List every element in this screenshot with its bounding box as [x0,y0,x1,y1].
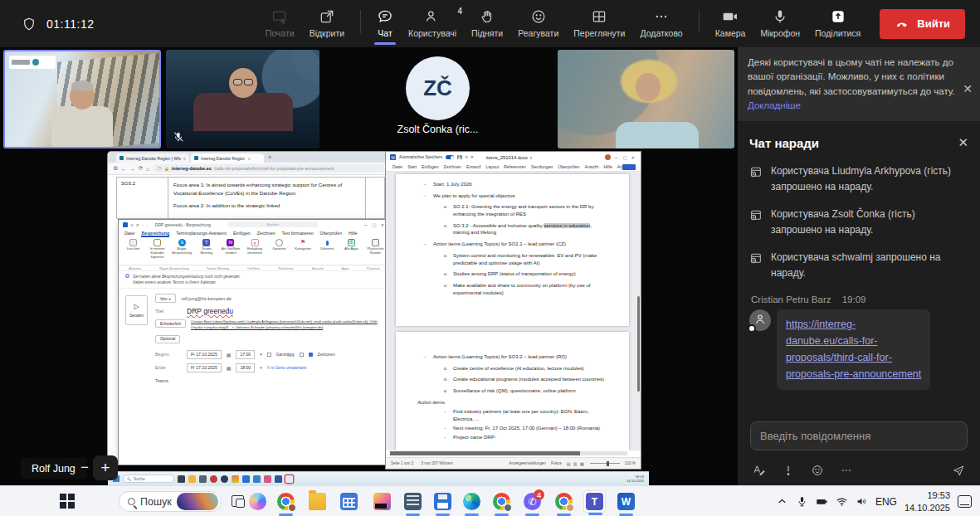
people-icon [424,8,441,25]
tray-volume-icon[interactable] [856,495,868,508]
popout-icon [319,8,335,25]
video-tile-active-speaker[interactable] [3,50,161,148]
start-share-button[interactable]: Почати [258,2,302,46]
outlook-window-title: DRP greenedu - Besprechung [155,222,211,227]
outlook-tab: Besprechung [141,231,169,236]
ribbon-onenote-button: An OneNote senden [221,239,240,264]
taskbar-file-explorer[interactable] [306,490,329,513]
leave-button[interactable]: Вийти [880,9,965,39]
tracking-shield-icon [158,166,162,171]
participant-avatar[interactable]: ZČ [406,56,470,120]
webpage-table: SO3.2 Focus area 1: Is aimed towards enh… [116,177,385,219]
format-icon[interactable] [753,464,766,477]
from-value: rolf.jung@hs-kempten.de [181,296,231,301]
lock-icon [164,166,169,171]
browser-tab-2: Interreg Danube Region [191,153,264,163]
message-link[interactable]: proposals-pre-announcement [786,366,921,382]
table-cell-so: SO3.2 [117,178,168,218]
word-document-area: -Start: 1 July 2026 -We plan to apply fo… [386,172,641,450]
taskbar-search[interactable]: Пошук [119,491,222,512]
location-row: Teams [155,378,383,383]
taskbar-chrome-1[interactable] [275,490,297,513]
ribbon-group-label: Sprache [311,266,324,270]
input-language[interactable]: ENG [875,496,897,508]
system-message: Користувача Zsolt Čonka (гість) запрошен… [749,207,968,237]
shield-icon [22,17,37,32]
app-icon [178,475,185,483]
tray-wifi-icon[interactable] [836,495,848,508]
calendar-icon [340,493,358,510]
word-ribbon-tabs: DateiStartEinfügenZeichnenEntwurfLayoutR… [386,163,641,172]
highlighted-text: services in education [544,223,590,228]
message-link[interactable]: danube.eu/calls-for- [786,333,921,349]
taskbar-edge[interactable] [461,490,483,513]
start-button[interactable] [60,494,75,509]
search-icon [128,498,135,505]
ribbon-group-label: Aktionen [129,266,142,270]
message-author: Cristian Petru Barz [751,295,831,304]
chat-close-icon[interactable] [958,135,968,150]
shared-outlook-window: DRP greenedu - Besprechung Suchen DateiB… [119,220,390,465]
chat-message-input[interactable] [750,421,968,450]
task-view-button[interactable] [232,495,244,507]
tab-close-icon [247,156,250,161]
react-button[interactable]: Реагувати [510,2,566,46]
vertical-scrollbar [637,296,640,392]
chat-button[interactable]: Чат [369,2,401,46]
taskbar-chrome-3[interactable] [553,490,575,513]
shared-desktop-taskbar: Suche 18:53 14.10.2025 [108,471,649,485]
taskbar-viber[interactable]: 4 [521,490,544,513]
taskbar-clock[interactable]: 19:53 14.10.2025 [904,489,950,514]
tray-battery-icon[interactable] [816,495,828,508]
more-actions-button[interactable]: Додатково [632,2,690,46]
send-icon[interactable] [952,464,965,477]
message-link[interactable]: proposals/third-call-for- [786,349,921,366]
tray-expand-icon[interactable] [776,495,788,508]
taskbar-save-app[interactable] [431,490,454,513]
dropdown-icon [260,352,262,357]
taskbar-word[interactable] [615,490,637,513]
taskbar-chrome-2[interactable] [490,490,513,513]
chat-compose-toolbar [753,464,965,477]
word-tab: Hilfe [603,164,612,169]
more-options-icon[interactable] [840,464,853,477]
banner-close-icon[interactable] [963,80,973,98]
taskbar-calculator[interactable] [402,490,424,513]
popout-chat-button[interactable]: Відкрити [302,2,352,46]
microphone-button[interactable]: Мікрофон [753,2,807,46]
view-button[interactable]: Переглянути [566,2,632,46]
raise-hand-button[interactable]: Підняти [464,2,510,46]
notification-center-icon[interactable] [958,495,972,508]
emoji-icon[interactable] [811,464,824,477]
browser-tab-1: Interreg Danube Region | Wha [116,153,189,163]
word-tab: Ansicht [584,164,598,169]
taskbar-teams[interactable] [583,490,606,513]
message-link[interactable]: https://interreg- [786,316,921,333]
ribbon-all-apps-button: Alle Apps [342,239,361,264]
video-tile-participant-4[interactable] [558,50,734,148]
copilot-icon [249,493,266,510]
search-box: Suche [123,475,174,483]
word-tab: Referenzen [504,164,526,169]
optional-button: Optional [155,335,180,343]
stage-zoom-in-button[interactable]: + [93,455,118,480]
notification-badge: 4 [534,489,544,500]
taskbar-photos[interactable] [371,490,393,513]
avatar-initials: ZČ [423,75,452,101]
video-tile-participant-2[interactable] [166,50,319,148]
quick-access-icons [130,222,149,227]
floppy-icon [434,493,451,510]
favicon [119,156,124,160]
priority-icon[interactable] [782,464,795,477]
taskbar-copilot[interactable] [246,490,269,513]
ribbon-immersive-reader-button: Plastischer Reader [366,239,385,264]
camera-button[interactable]: Камера [708,2,753,46]
learn-more-link[interactable]: Докладніше [748,100,801,110]
share-button[interactable]: Поділитися [807,2,868,46]
meeting-title-value: DRP greenedu [187,307,233,315]
tray-microphone-icon[interactable] [796,495,808,508]
ribbon-delete-button: Löschen [124,239,143,264]
participants-button[interactable]: 4 Користувачі [401,2,464,46]
person-icon [753,313,767,326]
taskbar-calendar[interactable] [338,490,360,513]
